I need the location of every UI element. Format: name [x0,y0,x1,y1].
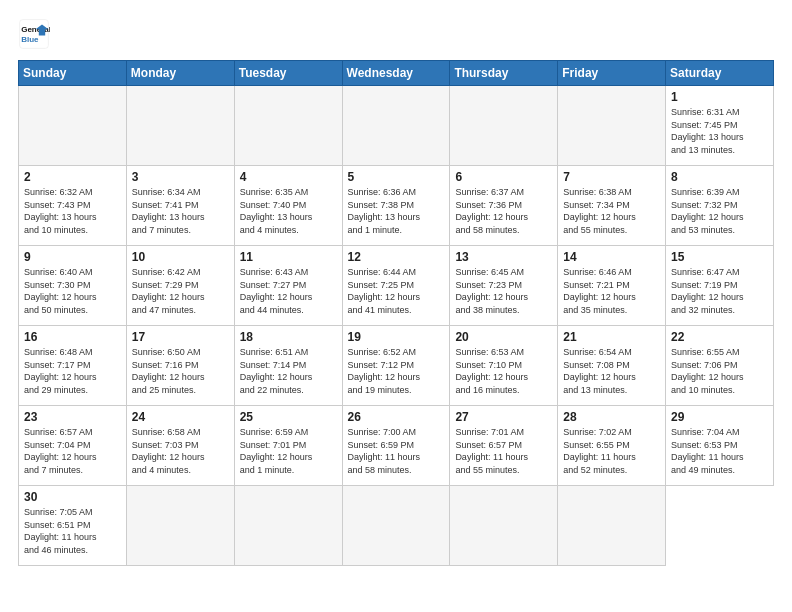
calendar-cell: 4Sunrise: 6:35 AM Sunset: 7:40 PM Daylig… [234,166,342,246]
calendar-cell [126,486,234,566]
day-number: 14 [563,250,660,264]
day-number: 9 [24,250,121,264]
calendar-cell: 8Sunrise: 6:39 AM Sunset: 7:32 PM Daylig… [666,166,774,246]
calendar-cell [450,486,558,566]
day-number: 1 [671,90,768,104]
day-info: Sunrise: 6:58 AM Sunset: 7:03 PM Dayligh… [132,426,229,476]
calendar-cell: 6Sunrise: 6:37 AM Sunset: 7:36 PM Daylig… [450,166,558,246]
day-info: Sunrise: 6:34 AM Sunset: 7:41 PM Dayligh… [132,186,229,236]
calendar-cell: 12Sunrise: 6:44 AM Sunset: 7:25 PM Dayli… [342,246,450,326]
day-number: 8 [671,170,768,184]
page: General Blue SundayMondayTuesdayWednesda… [0,0,792,612]
day-info: Sunrise: 7:02 AM Sunset: 6:55 PM Dayligh… [563,426,660,476]
day-number: 25 [240,410,337,424]
day-info: Sunrise: 6:35 AM Sunset: 7:40 PM Dayligh… [240,186,337,236]
day-number: 26 [348,410,445,424]
day-number: 22 [671,330,768,344]
day-info: Sunrise: 6:45 AM Sunset: 7:23 PM Dayligh… [455,266,552,316]
calendar-cell: 7Sunrise: 6:38 AM Sunset: 7:34 PM Daylig… [558,166,666,246]
calendar-cell: 24Sunrise: 6:58 AM Sunset: 7:03 PM Dayli… [126,406,234,486]
calendar-cell: 16Sunrise: 6:48 AM Sunset: 7:17 PM Dayli… [19,326,127,406]
calendar-row: 1Sunrise: 6:31 AM Sunset: 7:45 PM Daylig… [19,86,774,166]
calendar-cell [450,86,558,166]
calendar-cell: 27Sunrise: 7:01 AM Sunset: 6:57 PM Dayli… [450,406,558,486]
day-number: 20 [455,330,552,344]
calendar-row: 16Sunrise: 6:48 AM Sunset: 7:17 PM Dayli… [19,326,774,406]
day-info: Sunrise: 6:53 AM Sunset: 7:10 PM Dayligh… [455,346,552,396]
calendar-cell: 14Sunrise: 6:46 AM Sunset: 7:21 PM Dayli… [558,246,666,326]
day-info: Sunrise: 6:36 AM Sunset: 7:38 PM Dayligh… [348,186,445,236]
day-info: Sunrise: 6:42 AM Sunset: 7:29 PM Dayligh… [132,266,229,316]
calendar-cell: 23Sunrise: 6:57 AM Sunset: 7:04 PM Dayli… [19,406,127,486]
calendar-cell: 2Sunrise: 6:32 AM Sunset: 7:43 PM Daylig… [19,166,127,246]
calendar-cell: 13Sunrise: 6:45 AM Sunset: 7:23 PM Dayli… [450,246,558,326]
calendar-cell: 18Sunrise: 6:51 AM Sunset: 7:14 PM Dayli… [234,326,342,406]
day-info: Sunrise: 6:31 AM Sunset: 7:45 PM Dayligh… [671,106,768,156]
calendar-cell: 5Sunrise: 6:36 AM Sunset: 7:38 PM Daylig… [342,166,450,246]
day-info: Sunrise: 6:39 AM Sunset: 7:32 PM Dayligh… [671,186,768,236]
calendar-cell [558,86,666,166]
day-number: 23 [24,410,121,424]
day-number: 17 [132,330,229,344]
calendar-row: 23Sunrise: 6:57 AM Sunset: 7:04 PM Dayli… [19,406,774,486]
day-number: 16 [24,330,121,344]
calendar-cell [342,86,450,166]
day-number: 30 [24,490,121,504]
weekday-header: Tuesday [234,61,342,86]
day-info: Sunrise: 7:05 AM Sunset: 6:51 PM Dayligh… [24,506,121,556]
header: General Blue [18,18,774,50]
day-info: Sunrise: 6:32 AM Sunset: 7:43 PM Dayligh… [24,186,121,236]
day-number: 3 [132,170,229,184]
day-info: Sunrise: 6:40 AM Sunset: 7:30 PM Dayligh… [24,266,121,316]
calendar-cell: 26Sunrise: 7:00 AM Sunset: 6:59 PM Dayli… [342,406,450,486]
weekday-header: Monday [126,61,234,86]
day-info: Sunrise: 6:46 AM Sunset: 7:21 PM Dayligh… [563,266,660,316]
day-info: Sunrise: 6:38 AM Sunset: 7:34 PM Dayligh… [563,186,660,236]
day-number: 6 [455,170,552,184]
svg-text:Blue: Blue [21,35,39,44]
calendar-cell: 22Sunrise: 6:55 AM Sunset: 7:06 PM Dayli… [666,326,774,406]
svg-text:General: General [21,25,50,34]
day-number: 15 [671,250,768,264]
calendar-cell: 29Sunrise: 7:04 AM Sunset: 6:53 PM Dayli… [666,406,774,486]
calendar-cell: 25Sunrise: 6:59 AM Sunset: 7:01 PM Dayli… [234,406,342,486]
day-number: 11 [240,250,337,264]
logo: General Blue [18,18,54,50]
day-info: Sunrise: 6:55 AM Sunset: 7:06 PM Dayligh… [671,346,768,396]
calendar-row: 30Sunrise: 7:05 AM Sunset: 6:51 PM Dayli… [19,486,774,566]
day-number: 27 [455,410,552,424]
calendar-cell [126,86,234,166]
weekday-header: Friday [558,61,666,86]
weekday-header: Sunday [19,61,127,86]
day-info: Sunrise: 6:47 AM Sunset: 7:19 PM Dayligh… [671,266,768,316]
calendar-cell [234,486,342,566]
calendar-cell: 17Sunrise: 6:50 AM Sunset: 7:16 PM Dayli… [126,326,234,406]
weekday-header: Wednesday [342,61,450,86]
calendar-cell: 19Sunrise: 6:52 AM Sunset: 7:12 PM Dayli… [342,326,450,406]
calendar-cell: 1Sunrise: 6:31 AM Sunset: 7:45 PM Daylig… [666,86,774,166]
calendar-cell: 3Sunrise: 6:34 AM Sunset: 7:41 PM Daylig… [126,166,234,246]
weekday-header-row: SundayMondayTuesdayWednesdayThursdayFrid… [19,61,774,86]
day-info: Sunrise: 6:48 AM Sunset: 7:17 PM Dayligh… [24,346,121,396]
calendar-cell: 11Sunrise: 6:43 AM Sunset: 7:27 PM Dayli… [234,246,342,326]
logo-icon: General Blue [18,18,50,50]
calendar: SundayMondayTuesdayWednesdayThursdayFrid… [18,60,774,566]
day-info: Sunrise: 7:01 AM Sunset: 6:57 PM Dayligh… [455,426,552,476]
day-number: 29 [671,410,768,424]
calendar-cell: 28Sunrise: 7:02 AM Sunset: 6:55 PM Dayli… [558,406,666,486]
calendar-cell: 10Sunrise: 6:42 AM Sunset: 7:29 PM Dayli… [126,246,234,326]
calendar-cell: 30Sunrise: 7:05 AM Sunset: 6:51 PM Dayli… [19,486,127,566]
day-info: Sunrise: 6:37 AM Sunset: 7:36 PM Dayligh… [455,186,552,236]
weekday-header: Thursday [450,61,558,86]
day-info: Sunrise: 6:50 AM Sunset: 7:16 PM Dayligh… [132,346,229,396]
calendar-row: 2Sunrise: 6:32 AM Sunset: 7:43 PM Daylig… [19,166,774,246]
calendar-cell [558,486,666,566]
day-info: Sunrise: 6:52 AM Sunset: 7:12 PM Dayligh… [348,346,445,396]
calendar-cell: 15Sunrise: 6:47 AM Sunset: 7:19 PM Dayli… [666,246,774,326]
day-number: 28 [563,410,660,424]
day-number: 5 [348,170,445,184]
day-number: 10 [132,250,229,264]
calendar-cell: 21Sunrise: 6:54 AM Sunset: 7:08 PM Dayli… [558,326,666,406]
calendar-cell: 20Sunrise: 6:53 AM Sunset: 7:10 PM Dayli… [450,326,558,406]
day-number: 2 [24,170,121,184]
